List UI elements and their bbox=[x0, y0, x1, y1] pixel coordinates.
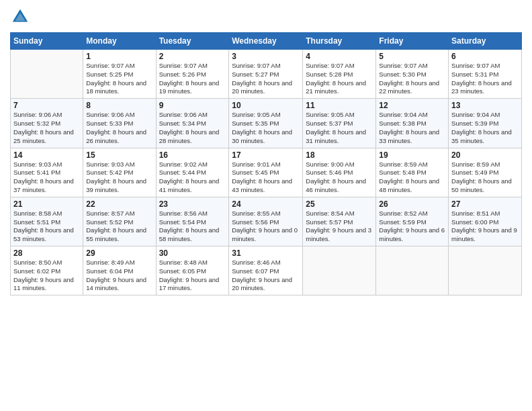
day-info: Sunrise: 9:05 AMSunset: 5:37 PMDaylight:… bbox=[306, 111, 373, 145]
day-cell: 5Sunrise: 9:07 AMSunset: 5:30 PMDaylight… bbox=[376, 50, 449, 99]
day-info: Sunrise: 8:49 AMSunset: 6:04 PMDaylight:… bbox=[86, 259, 152, 293]
day-cell: 28Sunrise: 8:50 AMSunset: 6:02 PMDayligh… bbox=[11, 246, 83, 295]
day-number: 10 bbox=[232, 101, 300, 110]
day-cell bbox=[303, 246, 376, 295]
logo bbox=[10, 7, 33, 27]
day-info: Sunrise: 8:50 AMSunset: 6:02 PMDaylight:… bbox=[13, 259, 80, 293]
week-row-5: 28Sunrise: 8:50 AMSunset: 6:02 PMDayligh… bbox=[11, 246, 522, 295]
day-info: Sunrise: 9:07 AMSunset: 5:31 PMDaylight:… bbox=[451, 62, 519, 96]
day-cell: 31Sunrise: 8:46 AMSunset: 6:07 PMDayligh… bbox=[229, 246, 303, 295]
day-number: 29 bbox=[86, 248, 152, 258]
day-cell: 25Sunrise: 8:54 AMSunset: 5:57 PMDayligh… bbox=[303, 197, 376, 246]
day-info: Sunrise: 9:00 AMSunset: 5:46 PMDaylight:… bbox=[306, 161, 373, 195]
day-cell: 1Sunrise: 9:07 AMSunset: 5:25 PMDaylight… bbox=[83, 50, 156, 99]
day-number: 3 bbox=[232, 52, 300, 61]
day-info: Sunrise: 9:07 AMSunset: 5:25 PMDaylight:… bbox=[86, 62, 152, 96]
day-cell: 3Sunrise: 9:07 AMSunset: 5:27 PMDaylight… bbox=[229, 50, 303, 99]
day-cell: 29Sunrise: 8:49 AMSunset: 6:04 PMDayligh… bbox=[83, 246, 156, 295]
day-info: Sunrise: 8:52 AMSunset: 5:59 PMDaylight:… bbox=[379, 210, 445, 244]
day-cell: 10Sunrise: 9:05 AMSunset: 5:35 PMDayligh… bbox=[229, 99, 303, 148]
col-header-thursday: Thursday bbox=[303, 33, 376, 50]
day-cell: 15Sunrise: 9:03 AMSunset: 5:42 PMDayligh… bbox=[83, 148, 156, 197]
day-cell: 22Sunrise: 8:57 AMSunset: 5:52 PMDayligh… bbox=[83, 197, 156, 246]
col-header-friday: Friday bbox=[376, 33, 449, 50]
day-cell: 27Sunrise: 8:51 AMSunset: 6:00 PMDayligh… bbox=[449, 197, 522, 246]
day-cell: 11Sunrise: 9:05 AMSunset: 5:37 PMDayligh… bbox=[303, 99, 376, 148]
day-cell: 21Sunrise: 8:58 AMSunset: 5:51 PMDayligh… bbox=[11, 197, 83, 246]
day-cell: 23Sunrise: 8:56 AMSunset: 5:54 PMDayligh… bbox=[156, 197, 229, 246]
day-number: 18 bbox=[306, 150, 373, 160]
day-info: Sunrise: 8:57 AMSunset: 5:52 PMDaylight:… bbox=[86, 210, 152, 244]
day-number: 25 bbox=[306, 199, 373, 209]
calendar-table: SundayMondayTuesdayWednesdayThursdayFrid… bbox=[10, 32, 522, 295]
week-row-2: 7Sunrise: 9:06 AMSunset: 5:32 PMDaylight… bbox=[11, 99, 522, 148]
day-cell: 14Sunrise: 9:03 AMSunset: 5:41 PMDayligh… bbox=[11, 148, 83, 197]
day-cell: 26Sunrise: 8:52 AMSunset: 5:59 PMDayligh… bbox=[376, 197, 449, 246]
day-cell: 4Sunrise: 9:07 AMSunset: 5:28 PMDaylight… bbox=[303, 50, 376, 99]
day-info: Sunrise: 9:06 AMSunset: 5:34 PMDaylight:… bbox=[159, 111, 226, 145]
day-info: Sunrise: 9:03 AMSunset: 5:42 PMDaylight:… bbox=[86, 161, 152, 195]
day-number: 23 bbox=[159, 199, 226, 209]
day-number: 30 bbox=[159, 248, 226, 258]
day-number: 6 bbox=[451, 52, 519, 61]
week-row-4: 21Sunrise: 8:58 AMSunset: 5:51 PMDayligh… bbox=[11, 197, 522, 246]
day-number: 5 bbox=[379, 52, 445, 61]
calendar-header-row: SundayMondayTuesdayWednesdayThursdayFrid… bbox=[11, 33, 522, 50]
day-info: Sunrise: 8:56 AMSunset: 5:54 PMDaylight:… bbox=[159, 210, 226, 244]
header bbox=[10, 7, 522, 27]
day-cell: 13Sunrise: 9:04 AMSunset: 5:39 PMDayligh… bbox=[449, 99, 522, 148]
day-number: 1 bbox=[86, 52, 152, 61]
day-cell bbox=[376, 246, 449, 295]
day-number: 16 bbox=[159, 150, 226, 160]
day-info: Sunrise: 9:07 AMSunset: 5:26 PMDaylight:… bbox=[159, 62, 226, 96]
col-header-monday: Monday bbox=[83, 33, 156, 50]
day-cell: 19Sunrise: 8:59 AMSunset: 5:48 PMDayligh… bbox=[376, 148, 449, 197]
day-number: 12 bbox=[379, 101, 445, 110]
day-cell: 7Sunrise: 9:06 AMSunset: 5:32 PMDaylight… bbox=[11, 99, 83, 148]
day-cell: 20Sunrise: 8:59 AMSunset: 5:49 PMDayligh… bbox=[449, 148, 522, 197]
day-info: Sunrise: 9:05 AMSunset: 5:35 PMDaylight:… bbox=[232, 111, 300, 145]
day-number: 13 bbox=[451, 101, 519, 110]
day-info: Sunrise: 8:48 AMSunset: 6:05 PMDaylight:… bbox=[159, 259, 226, 293]
day-number: 2 bbox=[159, 52, 226, 61]
day-number: 20 bbox=[451, 150, 519, 160]
day-info: Sunrise: 9:04 AMSunset: 5:39 PMDaylight:… bbox=[451, 111, 519, 145]
day-number: 26 bbox=[379, 199, 445, 209]
day-number: 27 bbox=[451, 199, 519, 209]
day-info: Sunrise: 8:59 AMSunset: 5:49 PMDaylight:… bbox=[451, 161, 519, 195]
day-info: Sunrise: 9:01 AMSunset: 5:45 PMDaylight:… bbox=[232, 161, 300, 195]
day-number: 24 bbox=[232, 199, 300, 209]
day-number: 31 bbox=[232, 248, 300, 258]
week-row-1: 1Sunrise: 9:07 AMSunset: 5:25 PMDaylight… bbox=[11, 50, 522, 99]
day-info: Sunrise: 9:07 AMSunset: 5:28 PMDaylight:… bbox=[306, 62, 373, 96]
day-number: 11 bbox=[306, 101, 373, 110]
day-number: 7 bbox=[13, 101, 80, 110]
day-info: Sunrise: 9:07 AMSunset: 5:30 PMDaylight:… bbox=[379, 62, 445, 96]
day-cell: 2Sunrise: 9:07 AMSunset: 5:26 PMDaylight… bbox=[156, 50, 229, 99]
day-info: Sunrise: 9:06 AMSunset: 5:32 PMDaylight:… bbox=[13, 111, 80, 145]
day-info: Sunrise: 8:59 AMSunset: 5:48 PMDaylight:… bbox=[379, 161, 445, 195]
day-cell bbox=[449, 246, 522, 295]
col-header-saturday: Saturday bbox=[449, 33, 522, 50]
day-cell: 24Sunrise: 8:55 AMSunset: 5:56 PMDayligh… bbox=[229, 197, 303, 246]
page: SundayMondayTuesdayWednesdayThursdayFrid… bbox=[0, 0, 532, 411]
day-number: 15 bbox=[86, 150, 152, 160]
day-cell: 12Sunrise: 9:04 AMSunset: 5:38 PMDayligh… bbox=[376, 99, 449, 148]
day-cell: 9Sunrise: 9:06 AMSunset: 5:34 PMDaylight… bbox=[156, 99, 229, 148]
day-info: Sunrise: 8:46 AMSunset: 6:07 PMDaylight:… bbox=[232, 259, 300, 293]
day-number: 4 bbox=[306, 52, 373, 61]
col-header-sunday: Sunday bbox=[11, 33, 83, 50]
day-number: 21 bbox=[13, 199, 80, 209]
day-number: 28 bbox=[13, 248, 80, 258]
day-cell: 8Sunrise: 9:06 AMSunset: 5:33 PMDaylight… bbox=[83, 99, 156, 148]
day-info: Sunrise: 9:04 AMSunset: 5:38 PMDaylight:… bbox=[379, 111, 445, 145]
day-cell: 30Sunrise: 8:48 AMSunset: 6:05 PMDayligh… bbox=[156, 246, 229, 295]
day-number: 14 bbox=[13, 150, 80, 160]
week-row-3: 14Sunrise: 9:03 AMSunset: 5:41 PMDayligh… bbox=[11, 148, 522, 197]
day-number: 9 bbox=[159, 101, 226, 110]
day-info: Sunrise: 8:58 AMSunset: 5:51 PMDaylight:… bbox=[13, 210, 80, 244]
day-info: Sunrise: 8:54 AMSunset: 5:57 PMDaylight:… bbox=[306, 210, 373, 244]
day-number: 17 bbox=[232, 150, 300, 160]
day-cell: 6Sunrise: 9:07 AMSunset: 5:31 PMDaylight… bbox=[449, 50, 522, 99]
day-cell: 16Sunrise: 9:02 AMSunset: 5:44 PMDayligh… bbox=[156, 148, 229, 197]
